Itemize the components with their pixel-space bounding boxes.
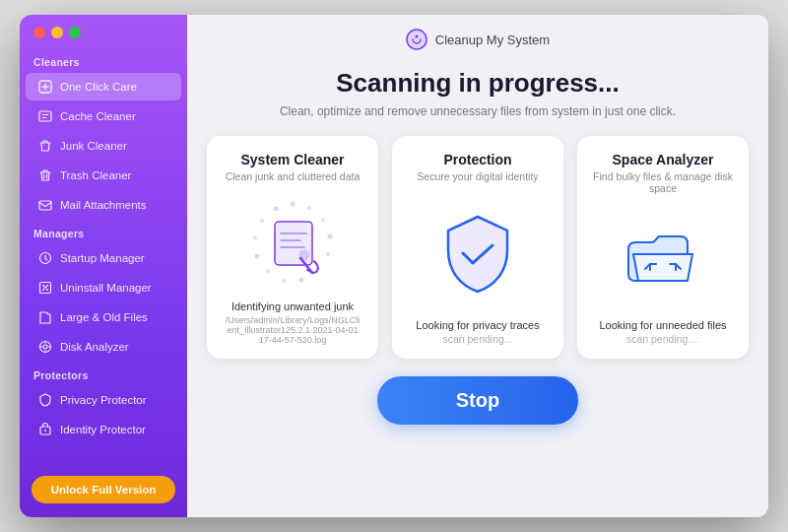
svg-point-19 bbox=[282, 279, 286, 283]
svg-point-13 bbox=[307, 206, 311, 210]
maximize-button[interactable] bbox=[69, 27, 81, 38]
app-window: Cleaners One Click Care Cache Cleaner Ju… bbox=[20, 15, 768, 517]
sidebar-item-disk-analyzer[interactable]: Disk Analyzer bbox=[26, 333, 181, 361]
junk-cleaner-icon bbox=[37, 138, 53, 154]
sidebar-item-junk-cleaner[interactable]: Junk Cleaner bbox=[26, 132, 181, 160]
sidebar-item-cache-cleaner[interactable]: Cache Cleaner bbox=[26, 102, 181, 130]
sidebar-item-disk-analyzer-label: Disk Analyzer bbox=[60, 341, 129, 353]
space-analyzer-card: Space Analyzer Find bulky files & manage… bbox=[577, 136, 749, 359]
svg-point-20 bbox=[266, 269, 270, 273]
app-title: Cleanup My System bbox=[435, 33, 550, 47]
system-cleaner-card-subtitle: Clean junk and cluttered data bbox=[226, 170, 361, 182]
system-cleaner-card-title: System Cleaner bbox=[240, 152, 344, 167]
svg-point-18 bbox=[299, 278, 304, 283]
main-panel: Cleanup My System Scanning in progress..… bbox=[187, 15, 768, 517]
startup-manager-icon bbox=[37, 250, 53, 266]
svg-point-6 bbox=[43, 345, 47, 349]
protection-status: Looking for privacy traces bbox=[416, 319, 539, 331]
sidebar-item-privacy-protector[interactable]: Privacy Protector bbox=[26, 386, 181, 414]
disk-analyzer-icon bbox=[37, 339, 53, 355]
managers-section-label: Managers bbox=[20, 220, 187, 243]
mail-attachments-icon bbox=[37, 197, 53, 213]
cleaners-section-label: Cleaners bbox=[20, 48, 187, 72]
system-cleaner-status: Identifying unwanted junk bbox=[231, 300, 354, 312]
sidebar-item-junk-cleaner-label: Junk Cleaner bbox=[60, 140, 127, 152]
sidebar: Cleaners One Click Care Cache Cleaner Ju… bbox=[20, 15, 187, 517]
sidebar-item-startup-manager-label: Startup Manager bbox=[60, 252, 145, 264]
svg-point-22 bbox=[253, 235, 257, 239]
svg-point-24 bbox=[274, 207, 279, 212]
uninstall-manager-icon bbox=[37, 280, 53, 296]
svg-point-23 bbox=[260, 219, 264, 223]
sidebar-item-uninstall-manager[interactable]: Uninstall Manager bbox=[26, 274, 181, 301]
svg-rect-2 bbox=[39, 201, 51, 210]
space-analyzer-pending: scan pending.... bbox=[626, 333, 699, 345]
sidebar-item-uninstall-manager-label: Uninstall Manager bbox=[60, 282, 152, 294]
sidebar-item-trash-cleaner[interactable]: Trash Cleaner bbox=[26, 162, 181, 189]
system-cleaner-path: /Users/admin/Library/Logs/NGLClient_Illu… bbox=[221, 315, 364, 345]
system-cleaner-card: System Cleaner Clean junk and cluttered … bbox=[207, 136, 378, 359]
sidebar-item-privacy-protector-label: Privacy Protector bbox=[60, 394, 147, 406]
svg-point-11 bbox=[415, 35, 418, 38]
cache-cleaner-icon bbox=[37, 108, 53, 124]
app-logo-icon bbox=[406, 29, 427, 50]
scan-subtitle: Clean, optimize and remove unnecessary f… bbox=[280, 104, 676, 118]
protection-pending: scan pending... bbox=[442, 333, 512, 345]
sidebar-item-one-click-care-label: One Click Care bbox=[60, 81, 137, 93]
large-old-files-icon bbox=[37, 309, 53, 325]
protection-card-subtitle: Secure your digital identity bbox=[417, 170, 538, 182]
protection-illustration bbox=[406, 194, 550, 311]
sidebar-item-trash-cleaner-label: Trash Cleaner bbox=[60, 169, 131, 181]
sidebar-item-startup-manager[interactable]: Startup Manager bbox=[26, 244, 181, 272]
svg-rect-1 bbox=[39, 111, 51, 121]
space-analyzer-card-title: Space Analyzer bbox=[613, 152, 714, 167]
protectors-section-label: Protectors bbox=[20, 362, 187, 385]
sidebar-item-large-old-files[interactable]: Large & Old Files bbox=[26, 303, 181, 331]
svg-point-21 bbox=[255, 254, 260, 259]
cards-row: System Cleaner Clean junk and cluttered … bbox=[207, 136, 749, 359]
sidebar-item-one-click-care[interactable]: One Click Care bbox=[26, 73, 181, 100]
sidebar-item-mail-attachments-label: Mail Attachments bbox=[60, 199, 147, 211]
identity-protector-icon bbox=[37, 422, 53, 437]
main-content: Scanning in progress... Clean, optimize … bbox=[187, 58, 768, 517]
sidebar-item-identity-protector[interactable]: Identity Protector bbox=[26, 416, 181, 443]
svg-point-12 bbox=[291, 202, 296, 207]
stop-button[interactable]: Stop bbox=[377, 376, 578, 425]
svg-point-8 bbox=[44, 430, 46, 432]
privacy-protector-icon bbox=[37, 392, 53, 408]
sidebar-bottom: Unlock Full Version bbox=[20, 462, 187, 517]
svg-point-15 bbox=[328, 234, 333, 239]
protection-card: Protection Secure your digital identity … bbox=[392, 136, 563, 359]
svg-point-14 bbox=[321, 218, 325, 222]
svg-point-16 bbox=[326, 252, 330, 256]
sidebar-item-mail-attachments[interactable]: Mail Attachments bbox=[26, 191, 181, 219]
close-button[interactable] bbox=[33, 27, 45, 38]
one-click-care-icon bbox=[37, 79, 53, 95]
space-analyzer-card-subtitle: Find bulky files & manage disk space bbox=[591, 170, 735, 194]
app-header: Cleanup My System bbox=[187, 15, 768, 58]
space-analyzer-status: Looking for unneeded files bbox=[599, 319, 726, 331]
trash-cleaner-icon bbox=[37, 167, 53, 183]
system-cleaner-illustration bbox=[221, 194, 364, 293]
svg-point-26 bbox=[299, 250, 309, 260]
traffic-lights bbox=[20, 15, 187, 48]
minimize-button[interactable] bbox=[51, 27, 63, 38]
space-analyzer-illustration bbox=[591, 206, 735, 311]
sidebar-item-identity-protector-label: Identity Protector bbox=[60, 424, 146, 435]
protection-card-title: Protection bbox=[443, 152, 511, 167]
scan-title: Scanning in progress... bbox=[336, 68, 620, 99]
unlock-full-version-button[interactable]: Unlock Full Version bbox=[32, 476, 175, 503]
sidebar-item-large-old-files-label: Large & Old Files bbox=[60, 311, 148, 323]
sidebar-item-cache-cleaner-label: Cache Cleaner bbox=[60, 110, 136, 122]
